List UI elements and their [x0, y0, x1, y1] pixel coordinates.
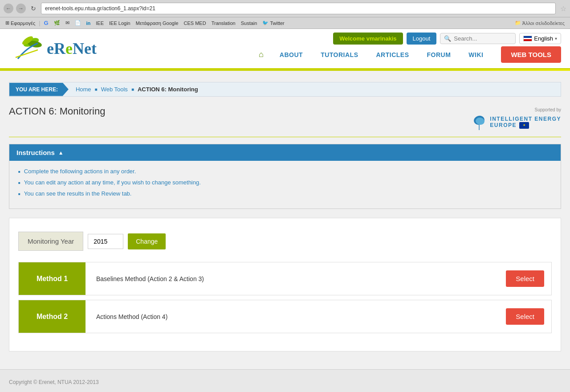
instructions-body: ■ Complete the following actions in any … — [9, 161, 561, 208]
url-bar[interactable] — [41, 3, 556, 14]
bm-other-bookmarks[interactable]: 📁 Άλλοι σελιδοδείκτες — [513, 19, 566, 27]
breadcrumb: YOU ARE HERE: Home ■ Web Tools ■ ACTION … — [9, 82, 561, 97]
header-actions: Welcome vmarinakis Logout 🔍 English ▾ — [333, 33, 561, 45]
browser-chrome: ← → ↻ ☆ ⊞ Εφαρμογές | G 🌿 ✉ 📄 in IEE IEE… — [0, 0, 570, 29]
bm-leaf[interactable]: 🌿 — [52, 19, 62, 27]
bookmarks-bar: ⊞ Εφαρμογές | G 🌿 ✉ 📄 in IEE IEE Login Μ… — [0, 17, 570, 29]
page-wrapper: eReNet Welcome vmarinakis Logout 🔍 Engli… — [0, 29, 570, 392]
breadcrumb-sep-2: ■ — [131, 87, 134, 92]
bm-linkedin[interactable]: in — [85, 20, 93, 27]
page-footer: Copyright © Erenet, NTUA 2012-2013 — [0, 369, 570, 392]
content-area: ACTION 6: Monitoring Supported by INTELL… — [0, 101, 570, 360]
bullet-icon-2: ■ — [18, 181, 20, 185]
bm-translate[interactable]: Μετάφραση Google — [134, 20, 180, 27]
monitoring-year-label: Monitoring Year — [18, 232, 83, 251]
bm-mail[interactable]: ✉ — [64, 19, 71, 27]
monitoring-year-input[interactable] — [88, 234, 123, 249]
nav-item-articles[interactable]: ARTICLES — [367, 45, 418, 65]
supported-by-text: Supported by — [472, 107, 561, 112]
welcome-button[interactable]: Welcome vmarinakis — [333, 33, 403, 45]
method-2-label: Method 2 — [19, 300, 86, 333]
method-1-row: Method 1 Baselines Method (Action 2 & Ac… — [18, 262, 552, 295]
instructions-box: Instructions ▲ ■ Complete the following … — [9, 144, 561, 209]
browser-toolbar: ← → ↻ ☆ — [0, 0, 570, 17]
method-1-description: Baselines Method (Action 2 & Action 3) — [86, 262, 499, 295]
breadcrumb-sep-1: ■ — [95, 87, 98, 92]
breadcrumb-home[interactable]: Home — [76, 86, 91, 93]
method-2-row: Method 2 Actions Method (Action 4) Selec… — [18, 300, 552, 333]
bullet-icon-1: ■ — [18, 170, 20, 174]
iee-leaf-icon — [472, 114, 486, 130]
search-box: 🔍 — [440, 33, 516, 44]
search-input[interactable] — [454, 35, 512, 42]
bm-cesmed[interactable]: CES MED — [182, 20, 208, 27]
instruction-text-1: Complete the following actions in any or… — [24, 168, 136, 175]
method-1-select-button[interactable]: Select — [506, 270, 544, 287]
main-navigation: ⌂ ABOUT TUTORIALS ARTICLES FORUM WIKI WE… — [252, 45, 561, 65]
instruction-item-1: ■ Complete the following actions in any … — [18, 168, 552, 175]
chevron-down-icon: ▾ — [555, 36, 557, 41]
forward-button[interactable]: → — [16, 4, 26, 13]
title-divider — [9, 137, 561, 137]
apps-icon: ⊞ — [5, 20, 9, 26]
search-icon: 🔍 — [444, 35, 451, 42]
instruction-item-2: ■ You can edit any action at any time, i… — [18, 179, 552, 186]
bm-iee[interactable]: IEE — [94, 20, 106, 27]
nav-item-about[interactable]: ABOUT — [271, 45, 312, 65]
page-title: ACTION 6: Monitoring — [9, 106, 105, 117]
bm-google[interactable]: G — [42, 19, 50, 27]
breadcrumb-current: ACTION 6: Monitoring — [138, 86, 198, 93]
method-2-description: Actions Method (Action 4) — [86, 300, 499, 333]
nav-item-tutorials[interactable]: TUTORIALS — [312, 45, 367, 65]
breadcrumb-items: Home ■ Web Tools ■ ACTION 6: Monitoring — [69, 82, 205, 96]
breadcrumb-web-tools[interactable]: Web Tools — [101, 86, 128, 93]
nav-item-forum[interactable]: FORUM — [418, 45, 460, 65]
instructions-header: Instructions ▲ — [9, 144, 561, 161]
eu-flag-icon: ★ — [519, 122, 529, 129]
back-button[interactable]: ← — [4, 4, 13, 13]
site-header: eReNet Welcome vmarinakis Logout 🔍 Engli… — [0, 29, 570, 69]
copyright-text: Copyright © Erenet, NTUA 2012-2013 — [9, 379, 99, 385]
logo-container: eReNet — [9, 34, 97, 63]
method-1-label: Method 1 — [19, 262, 86, 295]
main-content-box: Monitoring Year Change Method 1 Baseline… — [9, 218, 561, 351]
content-wrapper: YOU ARE HERE: Home ■ Web Tools ■ ACTION … — [0, 71, 570, 392]
iee-logo: INTELLIGENT ENERGY EUROPE ★ — [472, 114, 561, 130]
change-button[interactable]: Change — [128, 233, 166, 249]
logo-icon — [9, 34, 45, 63]
language-selector[interactable]: English ▾ — [519, 33, 561, 44]
method-2-select-button[interactable]: Select — [506, 308, 544, 325]
flag-icon — [523, 36, 532, 41]
bm-translation[interactable]: Translation — [210, 20, 237, 27]
instructions-collapse-icon[interactable]: ▲ — [58, 150, 64, 156]
instruction-item-3: ■ You can see the results in the Review … — [18, 190, 552, 197]
bm-sustain[interactable]: Sustain — [239, 20, 259, 27]
method-2-select-area: Select — [499, 300, 551, 333]
iee-line2: EUROPE — [490, 122, 517, 128]
instruction-text-3: You can see the results in the Review ta… — [24, 190, 132, 197]
nav-home-icon[interactable]: ⌂ — [252, 45, 271, 65]
logout-button[interactable]: Logout — [407, 33, 437, 45]
bm-twitter[interactable]: 🐦 Twitter — [261, 19, 286, 27]
instructions-title: Instructions — [16, 149, 55, 156]
logo-text: eReNet — [47, 41, 97, 57]
refresh-button[interactable]: ↻ — [28, 4, 38, 13]
bm-iee-login[interactable]: IEE Login — [107, 20, 132, 27]
iee-logo-area: Supported by INTELLIGENT ENERGY EUROPE — [472, 107, 561, 130]
language-label: English — [534, 35, 553, 42]
instruction-text-2: You can edit any action at any time, if … — [24, 179, 201, 186]
you-are-here-label: YOU ARE HERE: — [9, 83, 69, 96]
title-row: ACTION 6: Monitoring Supported by INTELL… — [9, 106, 561, 130]
bm-doc[interactable]: 📄 — [73, 19, 83, 27]
web-tools-button[interactable]: WEB TOOLS — [501, 46, 561, 63]
method-1-select-area: Select — [499, 262, 551, 295]
iee-text-block: INTELLIGENT ENERGY EUROPE ★ — [490, 116, 561, 129]
bullet-icon-3: ■ — [18, 192, 20, 196]
bookmarks-apps-label[interactable]: ⊞ Εφαρμογές — [4, 19, 37, 27]
nav-item-wiki[interactable]: WIKI — [460, 45, 492, 65]
monitoring-year-row: Monitoring Year Change — [18, 232, 552, 251]
bookmark-star-icon[interactable]: ☆ — [560, 4, 566, 13]
